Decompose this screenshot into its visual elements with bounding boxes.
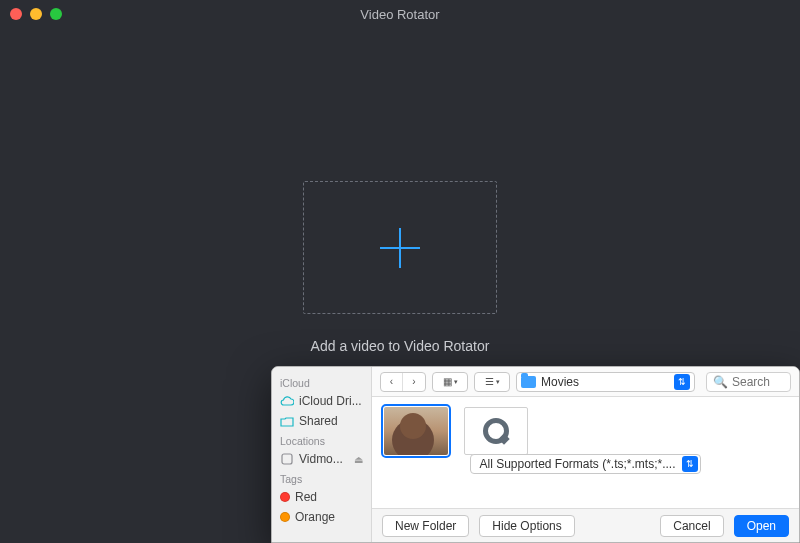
grid-icon: ▦ (443, 376, 452, 387)
file-grid: MOV All Supported Formats (*.ts;*.mts;*.… (372, 397, 799, 508)
plus-icon (380, 228, 420, 268)
sidebar-tag-orange[interactable]: Orange (272, 507, 371, 527)
search-input[interactable] (732, 375, 784, 389)
chevron-left-icon: ‹ (390, 376, 393, 387)
updown-icon: ⇅ (674, 374, 690, 390)
nav-buttons: ‹ › (380, 372, 426, 392)
sidebar-item-label: Red (295, 490, 317, 504)
tag-dot-orange-icon (280, 512, 290, 522)
nav-forward-button[interactable]: › (403, 373, 425, 391)
dialog-toolbar: ‹ › ▦▾ ☰▾ Movies ⇅ 🔍 (372, 367, 799, 397)
sidebar-item-label: iCloud Dri... (299, 394, 362, 408)
new-folder-button[interactable]: New Folder (382, 515, 469, 537)
tag-dot-red-icon (280, 492, 290, 502)
nav-back-button[interactable]: ‹ (381, 373, 403, 391)
sidebar-item-label: Vidmo... (299, 452, 343, 466)
dialog-sidebar: iCloud iCloud Dri... Shared Locations Vi… (272, 367, 372, 542)
dialog-bottombar: New Folder Hide Options Cancel Open (372, 508, 799, 542)
sidebar-tag-red[interactable]: Red (272, 487, 371, 507)
video-thumbnail (384, 407, 448, 455)
disk-icon (280, 452, 294, 466)
list-icon: ☰ (485, 376, 494, 387)
location-select[interactable]: Movies ⇅ (516, 372, 695, 392)
folder-icon (521, 376, 536, 388)
sidebar-item-label: Orange (295, 510, 335, 524)
chevron-down-icon: ▾ (496, 378, 500, 386)
shared-folder-icon (280, 414, 294, 428)
chevron-right-icon: › (412, 376, 415, 387)
view-icon-button[interactable]: ▦▾ (432, 372, 468, 392)
button-label: New Folder (395, 519, 456, 533)
button-label: Open (747, 519, 776, 533)
sidebar-header-tags: Tags (272, 469, 371, 487)
quicktime-icon (464, 407, 528, 455)
add-video-label: Add a video to Video Rotator (0, 338, 800, 354)
sidebar-item-vidmore[interactable]: Vidmo... ⏏ (272, 449, 371, 469)
group-by-button[interactable]: ☰▾ (474, 372, 510, 392)
sidebar-header-locations: Locations (272, 431, 371, 449)
cancel-button[interactable]: Cancel (660, 515, 723, 537)
svg-rect-0 (282, 454, 292, 464)
add-video-dropzone[interactable] (303, 181, 497, 314)
file-open-dialog: iCloud iCloud Dri... Shared Locations Vi… (271, 366, 800, 543)
eject-icon[interactable]: ⏏ (354, 454, 363, 465)
file-format-select[interactable]: All Supported Formats (*.ts;*.mts;*.... … (470, 454, 700, 474)
file-item-video[interactable] (384, 407, 448, 459)
open-button[interactable]: Open (734, 515, 789, 537)
format-row: All Supported Formats (*.ts;*.mts;*.... … (372, 454, 799, 474)
sidebar-item-label: Shared (299, 414, 338, 428)
sidebar-item-icloud-drive[interactable]: iCloud Dri... (272, 391, 371, 411)
cloud-icon (280, 394, 294, 408)
search-field-wrap[interactable]: 🔍 (706, 372, 791, 392)
titlebar: Video Rotator (0, 0, 800, 28)
app-window: Video Rotator Add a video to Video Rotat… (0, 0, 800, 543)
button-label: Hide Options (492, 519, 561, 533)
hide-options-button[interactable]: Hide Options (479, 515, 574, 537)
location-label: Movies (541, 375, 579, 389)
updown-icon: ⇅ (682, 456, 698, 472)
chevron-down-icon: ▾ (454, 378, 458, 386)
sidebar-header-icloud: iCloud (272, 373, 371, 391)
window-title: Video Rotator (0, 7, 800, 22)
button-label: Cancel (673, 519, 710, 533)
search-icon: 🔍 (713, 375, 728, 389)
format-label: All Supported Formats (*.ts;*.mts;*.... (479, 457, 675, 471)
sidebar-item-shared[interactable]: Shared (272, 411, 371, 431)
dialog-main: ‹ › ▦▾ ☰▾ Movies ⇅ 🔍 (372, 367, 799, 542)
